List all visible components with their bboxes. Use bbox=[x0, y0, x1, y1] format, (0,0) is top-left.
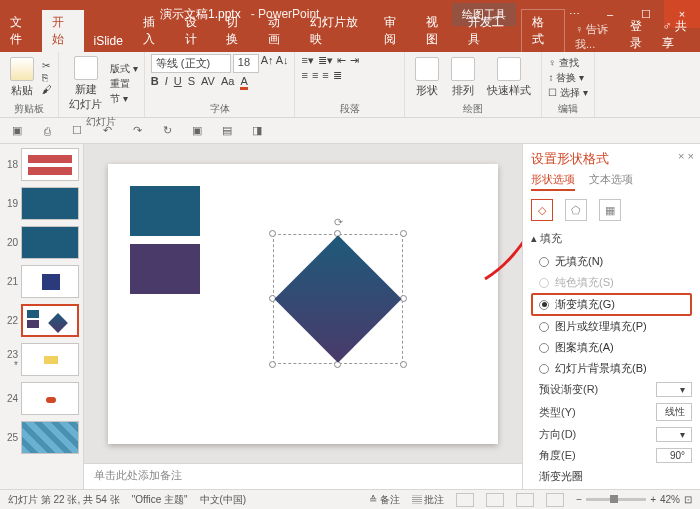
layout-button[interactable]: 版式 ▾ bbox=[110, 62, 138, 76]
tab-format[interactable]: 格式 bbox=[521, 9, 565, 52]
strike-icon[interactable]: S bbox=[188, 75, 195, 90]
pane-close-icon[interactable]: × × bbox=[678, 150, 694, 162]
size-props-icon[interactable]: ▦ bbox=[599, 199, 621, 221]
gradient-direction-select[interactable]: ▾ bbox=[656, 427, 692, 442]
font-color-icon[interactable]: A bbox=[240, 75, 247, 90]
italic-icon[interactable]: I bbox=[165, 75, 168, 90]
shape-rectangle-purple[interactable] bbox=[130, 244, 200, 294]
zoom-out-icon[interactable]: − bbox=[576, 494, 582, 505]
tab-developer[interactable]: 开发工具 bbox=[458, 10, 522, 52]
align-left-icon[interactable]: ≡ bbox=[301, 69, 307, 82]
thumb-20[interactable] bbox=[21, 226, 79, 259]
underline-icon[interactable]: U bbox=[174, 75, 182, 90]
tab-islide[interactable]: iSlide bbox=[84, 30, 133, 52]
login-link[interactable]: 登录 bbox=[630, 18, 651, 52]
tell-me[interactable]: ♀ 告诉我... bbox=[575, 22, 623, 52]
tab-file[interactable]: 文件 bbox=[0, 10, 42, 52]
thumb-23[interactable] bbox=[21, 343, 79, 376]
share-button[interactable]: ♂ 共享 bbox=[662, 18, 694, 52]
notes-toggle[interactable]: ≙ 备注 bbox=[369, 493, 400, 507]
font-name-select[interactable]: 等线 (正文) bbox=[151, 54, 231, 73]
indent-right-icon[interactable]: ⇥ bbox=[350, 54, 359, 67]
qat-save-icon[interactable]: ▣ bbox=[8, 122, 26, 140]
new-slide-button[interactable]: 新建 幻灯片 bbox=[65, 54, 106, 114]
shapes-button[interactable]: 形状 bbox=[411, 55, 443, 100]
tab-design[interactable]: 设计 bbox=[175, 10, 217, 52]
qat-redo-icon[interactable]: ↷ bbox=[128, 122, 146, 140]
qat-icon-3[interactable]: ☐ bbox=[68, 122, 86, 140]
select-button[interactable]: ☐ 选择 ▾ bbox=[548, 86, 588, 100]
char-spacing-icon[interactable]: Aa bbox=[221, 75, 234, 90]
thumb-25[interactable] bbox=[21, 421, 79, 454]
justify-icon[interactable]: ≣ bbox=[333, 69, 342, 82]
bullets-icon[interactable]: ≡▾ bbox=[301, 54, 313, 67]
fill-slide-bg-radio[interactable]: 幻灯片背景填充(B) bbox=[531, 358, 692, 379]
increase-font-icon[interactable]: A↑ bbox=[261, 54, 274, 73]
align-right-icon[interactable]: ≡ bbox=[322, 69, 328, 82]
thumb-22[interactable] bbox=[21, 304, 79, 337]
qat-refresh-icon[interactable]: ↻ bbox=[158, 122, 176, 140]
tab-home[interactable]: 开始 bbox=[42, 10, 84, 52]
font-size-select[interactable]: 18 bbox=[233, 54, 259, 73]
resize-handle[interactable] bbox=[400, 230, 407, 237]
qat-undo-icon[interactable]: ↶ bbox=[98, 122, 116, 140]
qat-icon-7[interactable]: ▣ bbox=[188, 122, 206, 140]
zoom-slider[interactable] bbox=[586, 498, 646, 501]
fill-gradient-radio[interactable]: 渐变填充(G) bbox=[531, 293, 692, 316]
fill-pattern-radio[interactable]: 图案填充(A) bbox=[531, 337, 692, 358]
gradient-angle-input[interactable]: 90° bbox=[656, 448, 692, 463]
slide-canvas[interactable]: ⟳ bbox=[84, 144, 522, 463]
paste-button[interactable]: 粘贴 bbox=[6, 55, 38, 100]
tab-insert[interactable]: 插入 bbox=[133, 10, 175, 52]
copy-icon[interactable]: ⎘ bbox=[42, 72, 52, 83]
rotate-handle-icon[interactable]: ⟳ bbox=[334, 216, 343, 229]
arrange-button[interactable]: 排列 bbox=[447, 55, 479, 100]
align-center-icon[interactable]: ≡ bbox=[312, 69, 318, 82]
comments-toggle[interactable]: ▤ 批注 bbox=[412, 493, 445, 507]
numbering-icon[interactable]: ≣▾ bbox=[318, 54, 333, 67]
decrease-font-icon[interactable]: A↓ bbox=[276, 54, 289, 73]
section-button[interactable]: 节 ▾ bbox=[110, 92, 138, 106]
resize-handle[interactable] bbox=[400, 361, 407, 368]
fill-solid-radio[interactable]: 纯色填充(S) bbox=[531, 272, 692, 293]
language-indicator[interactable]: 中文(中国) bbox=[200, 493, 247, 507]
pane-tab-shape-options[interactable]: 形状选项 bbox=[531, 172, 575, 191]
fill-picture-radio[interactable]: 图片或纹理填充(P) bbox=[531, 316, 692, 337]
thumb-19[interactable] bbox=[21, 187, 79, 220]
notes-placeholder[interactable]: 单击此处添加备注 bbox=[84, 463, 522, 489]
thumb-18[interactable] bbox=[21, 148, 79, 181]
find-button[interactable]: ♀ 查找 bbox=[548, 56, 588, 70]
fill-none-radio[interactable]: 无填充(N) bbox=[531, 251, 692, 272]
fill-section-header[interactable]: ▴ 填充 bbox=[531, 231, 692, 246]
slideshow-view-icon[interactable] bbox=[546, 493, 564, 507]
fit-to-window-icon[interactable]: ⊡ bbox=[684, 494, 692, 505]
quick-styles-button[interactable]: 快速样式 bbox=[483, 55, 535, 100]
sorter-view-icon[interactable] bbox=[486, 493, 504, 507]
qat-print-icon[interactable]: ⎙ bbox=[38, 122, 56, 140]
shadow-icon[interactable]: AV bbox=[201, 75, 215, 90]
tab-review[interactable]: 审阅 bbox=[374, 10, 416, 52]
zoom-in-icon[interactable]: + bbox=[650, 494, 656, 505]
shape-rectangle-teal[interactable] bbox=[130, 186, 200, 236]
shape-diamond-selected[interactable]: ⟳ bbox=[273, 234, 403, 364]
replace-button[interactable]: ↕ 替换 ▾ bbox=[548, 71, 588, 85]
resize-handle[interactable] bbox=[269, 230, 276, 237]
thumb-24[interactable] bbox=[21, 382, 79, 415]
pane-tab-text-options[interactable]: 文本选项 bbox=[589, 172, 633, 191]
reset-button[interactable]: 重置 bbox=[110, 77, 138, 91]
zoom-level[interactable]: 42% bbox=[660, 494, 680, 505]
thumb-21[interactable] bbox=[21, 265, 79, 298]
preset-gradient-select[interactable]: ▾ bbox=[656, 382, 692, 397]
effects-icon[interactable]: ⬠ bbox=[565, 199, 587, 221]
qat-icon-8[interactable]: ▤ bbox=[218, 122, 236, 140]
normal-view-icon[interactable] bbox=[456, 493, 474, 507]
gradient-type-select[interactable]: 线性 bbox=[656, 403, 692, 421]
indent-left-icon[interactable]: ⇤ bbox=[337, 54, 346, 67]
slide-thumbnails[interactable]: 18 19 20 21 22 23* 24 25 bbox=[0, 144, 84, 489]
fill-line-icon[interactable]: ◇ bbox=[531, 199, 553, 221]
tab-view[interactable]: 视图 bbox=[416, 10, 458, 52]
resize-handle[interactable] bbox=[269, 361, 276, 368]
format-painter-icon[interactable]: 🖌 bbox=[42, 84, 52, 95]
reading-view-icon[interactable] bbox=[516, 493, 534, 507]
qat-icon-9[interactable]: ◨ bbox=[248, 122, 266, 140]
